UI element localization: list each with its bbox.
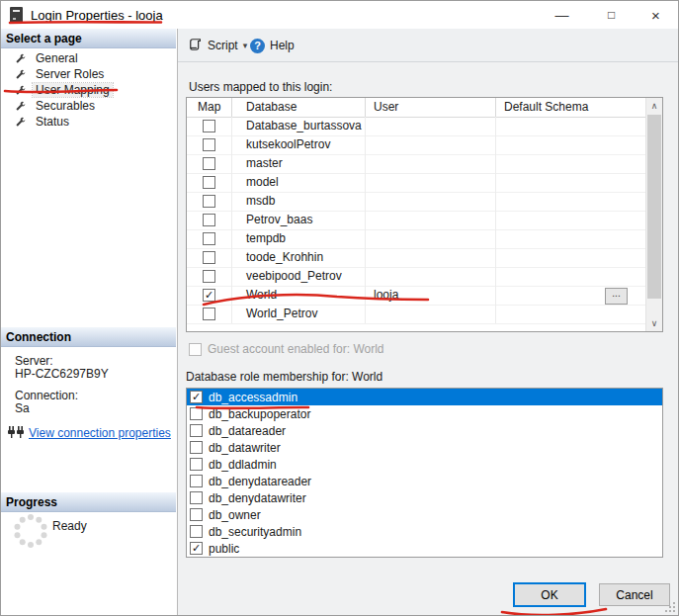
map-checkbox[interactable] (203, 195, 215, 208)
role-item-db-datawriter[interactable]: db_datawriter (187, 439, 662, 456)
users-mapped-label: Users mapped to this login: (189, 80, 332, 94)
role-item-db-backupoperator[interactable]: db_backupoperator (187, 405, 662, 422)
table-row[interactable]: kutsekoolPetrov (187, 135, 645, 155)
database-cell: Petrov_baas (232, 211, 366, 229)
default-schema-cell (496, 154, 645, 173)
default-schema-cell (496, 173, 645, 192)
sidebar-item-status[interactable]: Status (1, 114, 176, 130)
column-header-map[interactable]: Map (187, 98, 232, 117)
map-checkbox[interactable] (203, 214, 215, 226)
role-checkbox[interactable] (190, 424, 203, 437)
window-title: Login Properties - looja (31, 8, 163, 23)
map-checkbox[interactable] (203, 308, 215, 320)
ok-button[interactable]: OK (513, 582, 586, 607)
default-schema-cell (496, 229, 645, 248)
maximize-button[interactable]: □ (589, 1, 634, 29)
wrench-icon (15, 117, 26, 128)
close-button[interactable]: × (634, 1, 678, 29)
table-row[interactable]: veebipood_Petrov (187, 267, 645, 287)
table-row[interactable]: msdb (187, 192, 645, 212)
sidebar-item-server-roles[interactable]: Server Roles (1, 66, 176, 82)
role-item-db-denydatawriter[interactable]: db_denydatawriter (187, 489, 662, 506)
map-checkbox[interactable] (203, 138, 215, 151)
role-label: db_ddladmin (209, 458, 277, 472)
role-checkbox[interactable] (190, 542, 203, 555)
user-cell (366, 305, 496, 323)
resize-grip[interactable] (664, 601, 676, 613)
role-checkbox[interactable] (190, 491, 203, 504)
table-row[interactable]: model (187, 173, 645, 193)
guest-account-row: Guest account enabled for: World (189, 342, 384, 356)
role-item-db-securityadmin[interactable]: db_securityadmin (187, 523, 662, 540)
role-item-db-accessadmin[interactable]: db_accessadmin (187, 389, 662, 405)
script-button[interactable]: Script ▾ (185, 35, 251, 56)
map-checkbox[interactable] (203, 232, 215, 245)
role-checkbox[interactable] (190, 458, 203, 471)
role-checkbox[interactable] (190, 508, 203, 521)
role-checkbox[interactable] (190, 441, 203, 454)
table-scrollbar[interactable]: ∧ ∨ (645, 98, 662, 331)
role-item-db-owner[interactable]: db_owner (187, 506, 662, 523)
scroll-up-icon[interactable]: ∧ (646, 98, 662, 114)
user-cell (366, 248, 496, 267)
role-checkbox[interactable] (190, 391, 203, 403)
default-schema-cell: ... (496, 286, 645, 305)
role-label: db_denydatareader (209, 475, 311, 488)
table-row[interactable]: World_Petrov (187, 305, 645, 324)
user-cell (366, 192, 496, 211)
connection-header: Connection (1, 327, 176, 347)
scroll-down-icon[interactable]: ∨ (646, 315, 662, 331)
wrench-icon (15, 69, 26, 80)
progress-spinner-icon (13, 513, 48, 549)
help-button[interactable]: ? Help (246, 35, 298, 56)
role-checkbox[interactable] (190, 407, 203, 420)
table-row[interactable]: toode_Krohhin (187, 248, 645, 268)
role-checkbox[interactable] (190, 475, 203, 487)
view-connection-properties-link[interactable]: View connection properties (29, 426, 171, 440)
role-item-db-ddladmin[interactable]: db_ddladmin (187, 456, 662, 473)
default-schema-cell (496, 267, 645, 286)
minimize-button[interactable]: — (540, 1, 584, 29)
guest-account-label: Guest account enabled for: World (208, 342, 384, 356)
database-cell: World_Petrov (232, 305, 366, 323)
column-header-database[interactable]: Database (232, 98, 366, 117)
role-item-db-denydatareader[interactable]: db_denydatareader (187, 473, 662, 489)
map-checkbox[interactable] (203, 270, 215, 283)
user-cell (366, 154, 496, 173)
script-icon (189, 38, 203, 54)
map-checkbox[interactable] (203, 157, 215, 170)
sidebar-item-general[interactable]: General (1, 50, 176, 66)
map-checkbox[interactable] (203, 176, 215, 189)
user-cell (366, 211, 496, 229)
column-header-user[interactable]: User (366, 98, 496, 117)
help-label: Help (270, 39, 295, 52)
table-row[interactable]: master (187, 154, 645, 174)
table-row[interactable]: Database_burtassova (187, 117, 645, 136)
column-header-default-schema[interactable]: Default Schema (496, 98, 645, 117)
role-membership-list: db_accessadmin db_backupoperator db_data… (186, 388, 663, 558)
wrench-icon (15, 85, 26, 96)
map-checkbox[interactable] (203, 289, 215, 302)
server-value: HP-CZC6297B9Y (15, 367, 109, 381)
role-item-public[interactable]: public (187, 540, 662, 557)
default-schema-cell (496, 192, 645, 211)
table-row[interactable]: Petrov_baas (187, 211, 645, 230)
role-checkbox[interactable] (190, 525, 203, 538)
table-row-world[interactable]: World looja ... (187, 286, 645, 306)
map-checkbox[interactable] (203, 120, 215, 132)
wrench-icon (15, 53, 26, 64)
sidebar-item-securables[interactable]: Securables (1, 98, 176, 114)
cancel-button[interactable]: Cancel (599, 583, 670, 606)
sidebar-item-user-mapping[interactable]: User Mapping (1, 82, 176, 98)
scrollbar-thumb[interactable] (647, 115, 661, 299)
user-cell (366, 173, 496, 192)
database-cell: tempdb (232, 229, 366, 248)
user-cell (366, 135, 496, 154)
table-row[interactable]: tempdb (187, 229, 645, 249)
browse-ellipsis-button[interactable]: ... (605, 288, 628, 305)
sidebar-item-label: User Mapping (33, 83, 113, 97)
map-checkbox[interactable] (203, 251, 215, 264)
role-item-db-datareader[interactable]: db_datareader (187, 422, 662, 439)
role-label: db_denydatawriter (209, 491, 306, 505)
database-cell: toode_Krohhin (232, 248, 366, 267)
